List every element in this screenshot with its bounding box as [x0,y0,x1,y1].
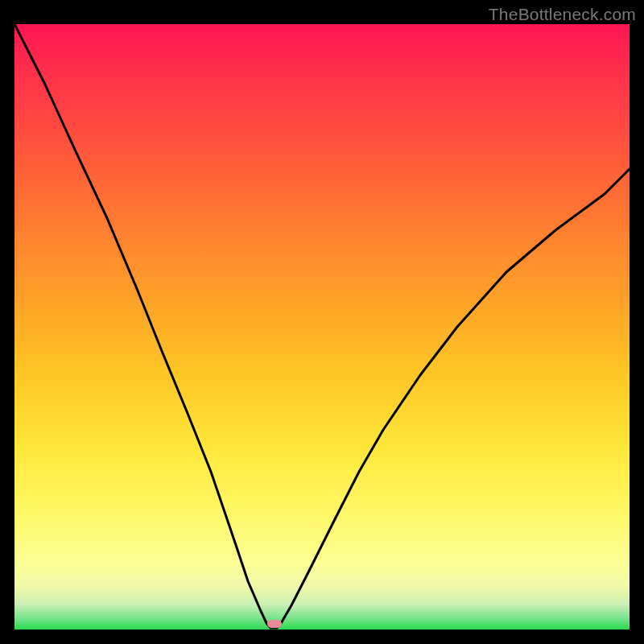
plot-area [14,24,630,630]
watermark-text: TheBottleneck.com [489,5,636,24]
chart-frame [14,24,630,630]
bottleneck-curve [14,24,630,628]
curve-svg [14,24,630,630]
minimum-marker [267,620,282,628]
